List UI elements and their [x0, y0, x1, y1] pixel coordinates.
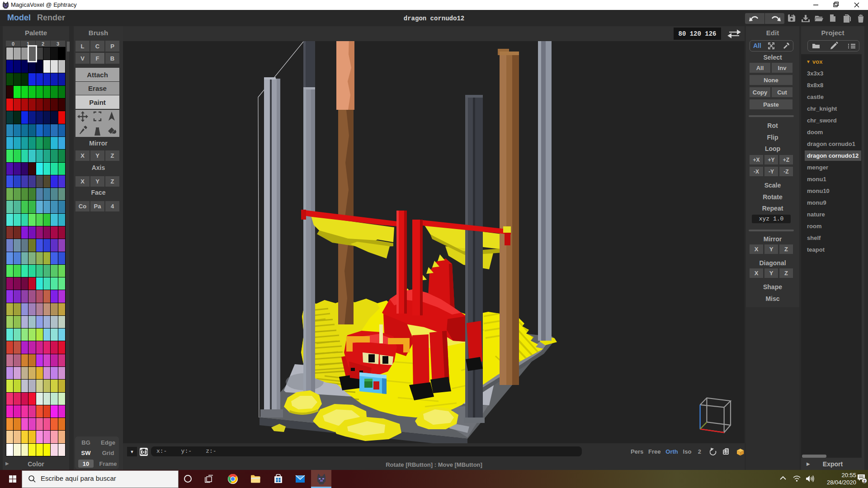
svg-text:2: 2	[863, 479, 865, 483]
